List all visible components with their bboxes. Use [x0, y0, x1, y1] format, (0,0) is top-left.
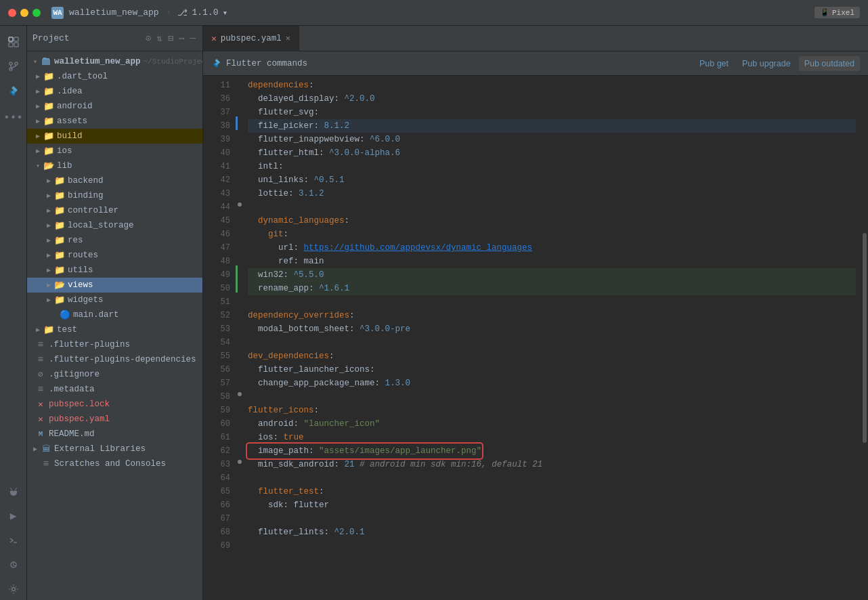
code-line-68: flutter_lints: ^2.0.1: [248, 526, 856, 539]
code-line-47: url: https://github.com/appdevsx/dynamic…: [248, 241, 856, 255]
tree-gitignore[interactable]: ⊘ .gitignore: [27, 367, 202, 382]
line-number-36: 36: [209, 92, 230, 106]
branch-dropdown-icon[interactable]: ▾: [222, 7, 227, 18]
svg-point-5: [15, 62, 18, 65]
rail-android-icon[interactable]: [3, 481, 24, 502]
tree-assets[interactable]: ▶ 📁 assets: [27, 114, 202, 129]
tree-scratches[interactable]: ≡ Scratches and Consoles: [27, 456, 202, 471]
tree-build[interactable]: ▶ 📁 build: [27, 129, 202, 144]
tree-main-dart[interactable]: 🔵 main.dart: [27, 307, 202, 322]
routes-label: routes: [68, 251, 200, 260]
collapse-icon[interactable]: ⊟: [167, 31, 175, 45]
code-line-49: win32: ^5.5.0: [248, 268, 856, 282]
pubspec-yaml-icon: ✕: [35, 414, 46, 425]
root-folder-icon: [41, 56, 51, 67]
code-line-51: [248, 295, 856, 309]
tree-idea[interactable]: ▶ 📁 .idea: [27, 84, 202, 99]
tree-external-libs[interactable]: ▶ 🏛 External Libraries: [27, 442, 202, 456]
tree-dart-tool[interactable]: ▶ 📁 .dart_tool: [27, 69, 202, 84]
code-line-64: [248, 471, 856, 485]
flutter-icon: [211, 58, 222, 69]
content-area: ✕ pubspec.yaml ✕ Flutter commands Pub ge…: [203, 26, 868, 600]
tree-root[interactable]: ▾ walletium_new_app ~/StudioProjects/wal…: [27, 54, 202, 69]
tab-pubspec-yaml[interactable]: ✕ pubspec.yaml ✕: [203, 26, 299, 51]
tree-controller[interactable]: ▶ 📁 controller: [27, 203, 202, 218]
minimize-button[interactable]: [20, 9, 28, 17]
res-icon: 📁: [54, 235, 65, 246]
rail-vcs-icon[interactable]: [3, 56, 24, 77]
tree-local-storage[interactable]: ▶ 📁 local_storage: [27, 218, 202, 233]
branch-icon: ⎇: [177, 7, 188, 18]
tree-widgets[interactable]: ▶ 📁 widgets: [27, 293, 202, 307]
expand-icon[interactable]: ⇅: [155, 31, 163, 45]
tree-flutter-plugins[interactable]: ≡ .flutter-plugins: [27, 337, 202, 352]
maximize-button[interactable]: [32, 9, 41, 17]
ios-arrow: ▶: [32, 146, 43, 156]
controller-arrow: ▶: [43, 205, 54, 216]
tree-pubspec-yaml[interactable]: ✕ pubspec.yaml: [27, 412, 202, 427]
binding-arrow: ▶: [43, 190, 54, 201]
tree-utils[interactable]: ▶ 📁 utils: [27, 263, 202, 278]
tree-backend[interactable]: ▶ 📁 backend: [27, 173, 202, 188]
rail-more-icon[interactable]: •••: [3, 107, 24, 129]
widgets-arrow: ▶: [43, 295, 54, 305]
rail-project-icon[interactable]: [3, 31, 24, 53]
test-arrow: ▶: [32, 324, 43, 335]
tree-pubspec-lock[interactable]: ✕ pubspec.lock: [27, 397, 202, 412]
views-icon: 📂: [54, 280, 65, 291]
rail-flutter-icon[interactable]: [3, 80, 24, 102]
locate-icon[interactable]: ⊙: [144, 31, 152, 45]
scroll-thumb[interactable]: [863, 233, 867, 443]
readme-label: README.md: [49, 429, 200, 439]
minimize-panel-icon[interactable]: —: [189, 31, 197, 45]
sidebar-tree: ▾ walletium_new_app ~/StudioProjects/wal…: [27, 51, 202, 600]
metadata-icon: ≡: [35, 384, 46, 395]
code-line-39: flutter_inappwebview: ^6.0.0: [248, 133, 856, 146]
line-number-40: 40: [209, 146, 230, 160]
close-button[interactable]: [8, 9, 16, 17]
gutter-47: [236, 238, 242, 252]
tree-android[interactable]: ▶ 📁 android: [27, 99, 202, 114]
tree-test[interactable]: ▶ 📁 test: [27, 322, 202, 337]
line-number-59: 59: [209, 404, 230, 417]
dart-tool-label: .dart_tool: [57, 72, 200, 81]
code-line-66: sdk: flutter: [248, 498, 856, 512]
code-line-55: dev_dependencies:: [248, 349, 856, 363]
gutter-41: [236, 157, 242, 171]
main-dart-icon: 🔵: [60, 309, 70, 320]
options-icon[interactable]: ⋯: [177, 31, 186, 45]
android-arrow: ▶: [32, 101, 43, 112]
rail-run-icon[interactable]: ▶: [3, 505, 24, 527]
tree-views[interactable]: ▶ 📂 views: [27, 278, 202, 293]
rail-terminal-icon[interactable]: [3, 530, 24, 551]
line-number-56: 56: [209, 363, 230, 377]
tree-routes[interactable]: ▶ 📁 routes: [27, 248, 202, 263]
tree-metadata[interactable]: ≡ .metadata: [27, 382, 202, 397]
rail-git-icon[interactable]: [3, 554, 24, 576]
ext-libs-arrow: ▶: [30, 444, 41, 454]
tree-res[interactable]: ▶ 📁 res: [27, 233, 202, 248]
assets-arrow: ▶: [32, 116, 43, 127]
tree-lib[interactable]: ▾ 📂 lib: [27, 158, 202, 173]
backend-icon: 📁: [54, 175, 65, 186]
scroll-track[interactable]: [861, 76, 868, 600]
pixel-badge: 📱 Pixel: [815, 7, 860, 18]
pub-outdated-button[interactable]: Pub outdated: [799, 56, 860, 71]
root-path: ~/StudioProjects/walletium_new_app: [144, 58, 202, 66]
tree-flutter-plugins-dep[interactable]: ≡ .flutter-plugins-dependencies: [27, 352, 202, 367]
tree-readme[interactable]: M README.md: [27, 427, 202, 442]
line-number-58: 58: [209, 390, 230, 404]
tree-ios[interactable]: ▶ 📁 ios: [27, 144, 202, 158]
root-label: walletium_new_app: [54, 57, 141, 66]
code-content[interactable]: dependencies: delayed_display: ^2.0.0 fl…: [242, 76, 861, 600]
gutter-60: [236, 414, 242, 428]
line-number-52: 52: [209, 309, 230, 322]
tree-binding[interactable]: ▶ 📁 binding: [27, 188, 202, 203]
line-number-61: 61: [209, 431, 230, 444]
pub-get-button[interactable]: Pub get: [694, 56, 734, 71]
rail-settings-icon[interactable]: [3, 578, 24, 600]
flutter-plugins-icon: ≡: [35, 339, 46, 350]
pub-upgrade-button[interactable]: Pub upgrade: [737, 56, 796, 71]
tab-close-button[interactable]: ✕: [286, 33, 290, 43]
svg-rect-0: [9, 37, 13, 41]
